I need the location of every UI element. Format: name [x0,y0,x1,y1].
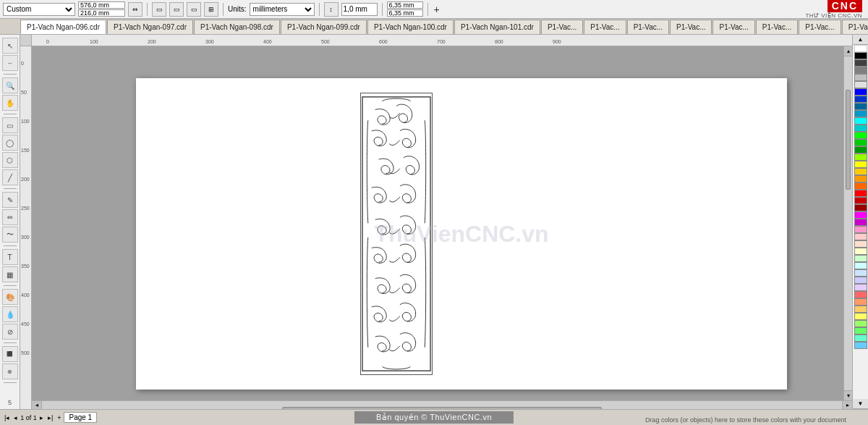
swatch-lilac[interactable] [854,284,867,291]
pencil-tool[interactable]: ✏ [2,209,18,225]
swatch-mintgreen[interactable] [854,255,867,262]
swatch-gold[interactable] [854,168,867,175]
tab-p1-100[interactable]: P1-Vach Ngan-096.cdr [20,20,106,34]
swatch-limegreen[interactable] [854,153,867,161]
scrollbar-v[interactable]: ▴ ▾ [843,46,852,400]
tab-p1-v2[interactable]: P1-Vac... [584,20,626,34]
swatch-aquamarine[interactable] [854,334,867,342]
nudge-input[interactable] [341,3,378,16]
table-tool[interactable]: ▦ [2,266,18,282]
design-object[interactable] [360,93,433,375]
nudge2-input[interactable] [387,1,423,9]
tab-p1-v5[interactable]: P1-Vac... [712,20,754,34]
next-page-btn[interactable]: ▸ [38,414,45,421]
swatch-orange[interactable] [854,175,867,182]
swatch-babyblue[interactable] [854,269,867,277]
tab-p1-v6[interactable]: P1-Vac... [756,20,798,34]
swatch-darkgreen[interactable] [854,139,867,146]
tab-p1-100b[interactable]: P1-Vach Ngan-100.cdr [367,20,454,34]
swatch-darkblue[interactable] [854,96,867,103]
swatch-peach[interactable] [854,240,867,248]
width-input[interactable] [78,1,125,9]
scroll-right-btn[interactable]: ▸ [842,401,852,410]
swatch-black[interactable] [854,52,867,59]
height-input[interactable] [78,9,125,17]
swatch-cyan[interactable] [854,117,867,125]
line-tool[interactable]: ╱ [2,169,18,185]
grid-icon[interactable]: ⊞ [204,2,218,17]
swatch-white[interactable] [854,45,867,52]
swatch-darkred[interactable] [854,197,867,204]
rect2-icon[interactable]: ▭ [169,2,184,17]
tab-p1-v7[interactable]: P1-Vac... [799,20,841,34]
swatch-lightblue[interactable] [854,110,867,117]
scroll-left-btn[interactable]: ◂ [32,401,42,410]
scroll-down-btn[interactable]: ▾ [844,390,853,400]
nudge-icon[interactable]: ↕ [324,2,339,17]
swatch-darkorange[interactable] [854,182,867,190]
swatch-pink[interactable] [854,226,867,233]
swatch-lightlime[interactable] [854,320,867,327]
select-tool[interactable]: ↖ [2,38,18,54]
swatch-deepgreen[interactable] [854,146,867,153]
swatch-blue[interactable] [854,88,867,96]
poly-tool[interactable]: ⬡ [2,152,18,168]
add-page-btn2[interactable]: + [56,414,62,421]
tab-p1-098[interactable]: P1-Vach Ngan-098.cdr [194,20,280,34]
eyedrop-tool[interactable]: 💧 [2,306,18,322]
tab-p1-v3[interactable]: P1-Vac... [627,20,669,34]
swatch-skyblue[interactable] [854,342,867,349]
fill-tool[interactable]: 🎨 [2,289,18,305]
tab-p1-v1[interactable]: P1-Vac... [541,20,583,34]
palette-scroll-down[interactable]: ▼ [853,399,869,409]
tab-p1-101[interactable]: P1-Vach Ngan-101.cdr [454,20,540,34]
ellipse-tool[interactable]: ◯ [2,135,18,151]
rect3-icon[interactable]: ▭ [187,2,201,17]
pan-tool[interactable]: ✋ [2,95,18,111]
swatch-lavender[interactable] [854,277,867,284]
prev-page-btn[interactable]: ◂ [12,414,19,421]
swatch-darkcyan[interactable] [854,125,867,132]
tab-p1-v8[interactable]: P1-Vac... [842,20,868,34]
connector-tool[interactable]: ⊕ [2,363,18,379]
bezier-tool[interactable]: 〜 [2,227,18,243]
scrollbar-h[interactable]: ◂ ▸ [32,400,852,409]
scrollbar-thumb-v[interactable] [846,90,851,190]
swatch-lightgreen[interactable] [854,327,867,334]
swatch-medblue[interactable] [854,103,867,110]
units-select[interactable]: millimeters [250,3,315,16]
swatch-green[interactable] [854,132,867,139]
swatch-gray[interactable] [854,67,867,74]
swatch-silver[interactable] [854,74,867,81]
swatch-lightyellow[interactable] [854,248,867,255]
swatch-red[interactable] [854,190,867,197]
swatch-lightcyan[interactable] [854,262,867,269]
tab-p1-099[interactable]: P1-Vach Ngan-099.cdr [281,20,367,34]
rect-icon[interactable]: ▭ [152,2,166,17]
swatch-lightsalmon[interactable] [854,298,867,306]
swatch-lightgray[interactable] [854,81,867,88]
pick-tool[interactable]: ↔ [2,55,18,71]
tab-p1-v4[interactable]: P1-Vac... [670,20,712,34]
swatch-deepred[interactable] [854,204,867,211]
palette-scroll-up[interactable]: ▲ [853,35,869,45]
orientation-btn[interactable]: ⇔ [128,2,142,17]
canvas-area[interactable]: 0 100 200 300 400 500 600 700 800 900 0 … [20,35,852,409]
page-size-select[interactable]: Custom [3,3,75,16]
tab-p1-097[interactable]: P1-Vach Ngan-097.cdr [107,20,193,34]
first-page-btn[interactable]: |◂ [3,414,11,421]
add-page-btn[interactable]: + [433,4,441,15]
swatch-lightyellow2[interactable] [854,313,867,320]
smart-draw-tool[interactable]: ⬛ [2,346,18,362]
swatch-darkgray[interactable] [854,59,867,67]
text-tool[interactable]: T [2,249,18,265]
swatch-magenta[interactable] [854,211,867,219]
pen-tool[interactable]: ✎ [2,192,18,208]
swatch-wheat[interactable] [854,306,867,313]
eraser-tool[interactable]: ⊘ [2,324,18,340]
last-page-btn[interactable]: ▸| [46,414,54,421]
zoom-tool[interactable]: 🔍 [2,77,18,93]
swatch-lightpink[interactable] [854,233,867,240]
swatch-purple[interactable] [854,219,867,226]
swatch-yellow[interactable] [854,161,867,168]
